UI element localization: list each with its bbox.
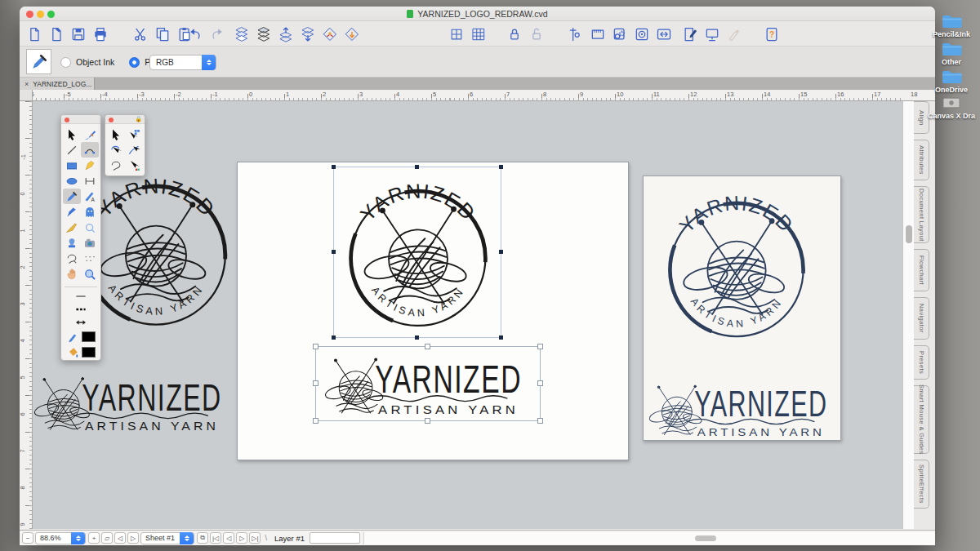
grid-large-button[interactable]: [469, 24, 488, 44]
selection-handle[interactable]: [415, 165, 419, 169]
vertical-scrollbar[interactable]: [902, 101, 914, 529]
selection-handle[interactable]: [415, 335, 419, 340]
print-button[interactable]: [91, 24, 109, 44]
toolbox-palette[interactable]: A: [60, 114, 101, 361]
layer-text-field[interactable]: [310, 532, 360, 544]
selection-handle[interactable]: [425, 344, 430, 349]
marker-button[interactable]: [724, 24, 743, 44]
selection-handle[interactable]: [313, 418, 318, 424]
new-sheet-button[interactable]: ▱: [101, 532, 113, 544]
selection-palette[interactable]: 🔒: [105, 114, 145, 176]
camera-tool[interactable]: [81, 235, 99, 251]
cut-button[interactable]: [131, 24, 149, 44]
rectangle-tool[interactable]: [63, 158, 81, 173]
ellipse-tool[interactable]: [63, 173, 81, 189]
palette-titlebar[interactable]: [61, 115, 100, 124]
ghost-tool[interactable]: [81, 204, 99, 220]
palette-tab-smart-mouse-guides[interactable]: Smart Mouse & Guides: [914, 385, 929, 454]
shuffle-up-button[interactable]: [276, 24, 295, 44]
select-arrow-tool[interactable]: [107, 127, 125, 142]
selection-badge[interactable]: YARNIZEDARTISAN YARN: [333, 167, 501, 338]
duplicate-layer-button[interactable]: ⧉: [197, 532, 208, 544]
selection-handle[interactable]: [332, 250, 336, 254]
horizontal-logo-left[interactable]: YARNIZEDARTISAN YARN: [33, 369, 234, 436]
selection-horizontal-logo[interactable]: YARNIZEDARTISAN YARN: [315, 346, 541, 421]
zoom-level-field[interactable]: 88.6%: [35, 532, 86, 544]
palette-tab-document-layout[interactable]: Document Layout: [914, 186, 929, 243]
first-layer-button[interactable]: |◁: [210, 532, 221, 544]
object-ink-radio[interactable]: Object Ink: [60, 57, 114, 68]
horizontal-logo-right[interactable]: YARNIZEDARTISAN YARN: [647, 377, 840, 441]
palette-tab-spriteeffects[interactable]: SpriteEffects: [914, 460, 929, 509]
sheet-select[interactable]: Sheet #1: [140, 532, 194, 544]
zoom-in-button[interactable]: +: [88, 532, 100, 544]
loupe-tool[interactable]: [81, 220, 99, 235]
dash-sample[interactable]: [61, 303, 100, 316]
highlighter-tool[interactable]: [81, 158, 99, 173]
desktop-icon-onedrive[interactable]: OneDrive: [925, 69, 978, 94]
desktop-icon-other[interactable]: Other: [925, 41, 978, 66]
radio-dot[interactable]: [129, 57, 140, 68]
annotation-pen-button[interactable]: [680, 24, 699, 44]
multi-select-tool[interactable]: [125, 127, 143, 142]
palette-tab-navigator[interactable]: Navigator: [914, 297, 929, 340]
shape-select-tool[interactable]: [107, 158, 125, 173]
open-document-button[interactable]: [47, 24, 65, 44]
line-tool[interactable]: [63, 142, 81, 158]
next-sheet-button[interactable]: ▷: [127, 532, 139, 544]
stepper-icon[interactable]: [71, 532, 85, 544]
titlebar[interactable]: YARNIZED_LOGO_REDRAW.cvd: [20, 7, 935, 21]
palette-tab-attributes[interactable]: Attributes: [914, 140, 929, 180]
hand-tool[interactable]: [63, 266, 81, 282]
drawing-canvas[interactable]: YARNIZEDARTISAN YARN YARNIZEDARTISAN YAR…: [33, 101, 902, 529]
node-select-tool[interactable]: [125, 142, 143, 158]
help-button[interactable]: ?: [762, 24, 781, 44]
presentation-button[interactable]: [702, 24, 721, 44]
palette-tab-flowchart[interactable]: Flowchart: [914, 249, 929, 291]
unlock-button[interactable]: [527, 24, 546, 44]
shuffle-down-button[interactable]: [298, 24, 317, 44]
resize-button[interactable]: [654, 24, 673, 44]
new-document-button[interactable]: [24, 24, 43, 44]
badge-logo-right[interactable]: YARNIZEDARTISAN YARN: [653, 180, 820, 346]
selection-handle[interactable]: [537, 344, 543, 349]
selection-handle[interactable]: [499, 250, 503, 254]
marker-pen-tool[interactable]: [63, 204, 81, 220]
rotate-select-tool[interactable]: [107, 142, 125, 158]
ruler-setup-button[interactable]: [588, 24, 607, 44]
previous-sheet-button[interactable]: ◁: [114, 532, 126, 544]
horizontal-logo-center[interactable]: YARNIZEDARTISAN YARN: [322, 349, 536, 420]
close-palette-icon[interactable]: [109, 118, 114, 122]
fill-color-swatch[interactable]: [82, 347, 96, 358]
colorspace-select[interactable]: RGB: [149, 55, 216, 70]
selection-handle[interactable]: [425, 418, 430, 424]
save-button[interactable]: [69, 24, 87, 44]
palette-tab-presets[interactable]: Presets: [914, 345, 929, 380]
stepper-icon[interactable]: [180, 532, 194, 544]
selection-handle[interactable]: [499, 335, 503, 340]
selection-handle[interactable]: [332, 335, 336, 340]
close-palette-icon[interactable]: [65, 118, 69, 122]
palette-titlebar[interactable]: 🔒: [105, 115, 145, 124]
selection-handle[interactable]: [313, 380, 318, 386]
grid-small-button[interactable]: [447, 24, 466, 44]
dashes-tool[interactable]: [81, 251, 99, 266]
stamp-tool[interactable]: [63, 235, 81, 251]
next-layer-button[interactable]: ▷: [236, 532, 247, 544]
desktop-icon-pencil-ink[interactable]: Pencil&Ink: [925, 13, 978, 38]
paintbrush-tool[interactable]: [81, 127, 99, 142]
selection-handle[interactable]: [332, 165, 336, 169]
radio-dot[interactable]: [60, 57, 71, 68]
group-button[interactable]: [320, 24, 339, 44]
eyedropper-tool-well[interactable]: [26, 49, 51, 74]
ink-pen-tool[interactable]: A: [81, 189, 99, 204]
bring-to-front-button[interactable]: [254, 24, 273, 44]
lock-button[interactable]: [505, 24, 523, 44]
curve-tool[interactable]: [81, 142, 99, 158]
redo-button[interactable]: [207, 24, 226, 44]
ungroup-button[interactable]: [342, 24, 361, 44]
line-sample[interactable]: [61, 290, 100, 303]
selection-handle[interactable]: [537, 418, 543, 424]
select-arrow-tool[interactable]: [63, 127, 81, 142]
stroke-color-swatch[interactable]: [82, 331, 96, 342]
